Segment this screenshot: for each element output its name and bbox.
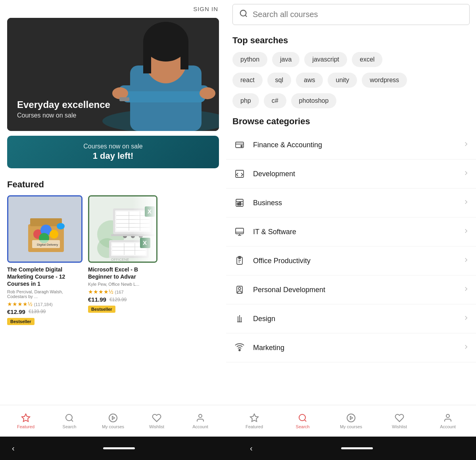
svg-point-56: [199, 414, 202, 418]
tags-grid: pythonjavajavascriptexcelreactsqlawsunit…: [232, 52, 470, 108]
featured-icon-left: [21, 413, 31, 423]
nav-featured-left[interactable]: Featured: [14, 413, 38, 429]
tag-pill-python[interactable]: python: [232, 52, 267, 67]
category-label: Office Productivity: [253, 257, 456, 265]
category-label: Personal Development: [253, 286, 456, 294]
course-price-row-1: €12.99 €139.99: [7, 308, 83, 315]
category-item-finance-&-accounting[interactable]: Finance & Accounting: [226, 131, 476, 160]
course-card-1[interactable]: Digital Delivery The Complete Digital Ma…: [7, 195, 83, 325]
sale-banner[interactable]: Courses now on sale 1 day left!: [7, 136, 219, 168]
search-bar[interactable]: [232, 4, 470, 25]
nav-label-account-left: Account: [192, 424, 208, 429]
browse-categories-title: Browse categories: [226, 116, 476, 127]
nav-label-wishlist-right: Wishlist: [392, 424, 407, 429]
chevron-right-icon: [463, 343, 470, 352]
course-thumb-1: Digital Delivery: [7, 195, 83, 263]
home-pill-left[interactable]: [103, 447, 135, 449]
course-original-price-1: €139.99: [29, 309, 46, 314]
svg-point-57: [240, 10, 246, 16]
tag-pill-sql[interactable]: sql: [267, 73, 291, 88]
categories-list: Finance & AccountingDevelopmentBusinessI…: [226, 131, 476, 437]
nav-label-featured-left: Featured: [17, 424, 35, 429]
tag-pill-php[interactable]: php: [232, 93, 259, 108]
nav-wishlist-right[interactable]: Wishlist: [388, 413, 411, 429]
back-button-left[interactable]: ‹: [12, 444, 15, 453]
pencil-icon: [232, 312, 247, 326]
category-item-development[interactable]: Development: [226, 160, 476, 189]
course-title-2: Microsoft Excel - B Beginner to Advar: [88, 266, 157, 280]
left-screen: SIGN IN: [0, 0, 226, 437]
chart-icon: [232, 196, 247, 210]
tag-pill-photoshop[interactable]: photoshop: [291, 93, 337, 108]
chevron-right-icon: [463, 141, 470, 150]
hero-subtitle: Courses now on sale: [17, 112, 110, 119]
course-title-1: The Complete Digital Marketing Course - …: [7, 266, 83, 288]
top-searches-section: Top searches pythonjavajavascriptexcelre…: [226, 29, 476, 116]
nav-mycourses-right[interactable]: My courses: [339, 413, 363, 429]
hero-banner[interactable]: Everyday excellence Courses now on sale: [7, 18, 219, 131]
sign-in-button[interactable]: SIGN IN: [193, 6, 218, 12]
nav-account-right[interactable]: Account: [436, 413, 460, 429]
svg-rect-66: [240, 202, 241, 205]
category-item-marketing[interactable]: Marketing: [226, 333, 476, 362]
nav-account-left[interactable]: Account: [188, 413, 212, 429]
tag-pill-java[interactable]: java: [272, 52, 299, 67]
course-image-2: X: [89, 196, 157, 262]
featured-icon-right: [250, 413, 259, 423]
svg-rect-67: [236, 228, 244, 234]
tag-pill-c#[interactable]: c#: [264, 93, 286, 108]
svg-point-54: [109, 414, 117, 422]
tag-pill-wordpress[interactable]: wordpress: [362, 73, 407, 88]
bottom-nav-left: Featured Search My courses: [0, 405, 226, 437]
featured-section: Featured: [0, 173, 226, 325]
tag-pill-react[interactable]: react: [232, 73, 263, 88]
svg-marker-51: [22, 414, 30, 422]
home-pill-right[interactable]: [341, 447, 373, 449]
wishlist-icon-right: [395, 413, 404, 423]
category-item-it-&-software[interactable]: IT & Software: [226, 217, 476, 246]
mycourses-icon-left: [108, 413, 118, 423]
category-label: Business: [253, 199, 456, 207]
svg-line-58: [245, 15, 247, 17]
nav-label-featured-right: Featured: [246, 424, 263, 429]
nav-search-right[interactable]: Search: [291, 413, 315, 429]
svg-rect-6: [180, 42, 188, 69]
back-button-right[interactable]: ‹: [250, 444, 253, 453]
nav-wishlist-left[interactable]: Wishlist: [145, 413, 169, 429]
tag-pill-unity[interactable]: unity: [328, 73, 357, 88]
category-label: Finance & Accounting: [253, 141, 456, 149]
svg-line-53: [71, 420, 73, 421]
svg-point-60: [241, 145, 242, 147]
account-icon-left: [196, 413, 205, 423]
category-item-design[interactable]: Design: [226, 304, 476, 333]
svg-text:Digital Delivery: Digital Delivery: [37, 243, 58, 246]
chevron-right-icon: [463, 285, 470, 294]
svg-point-52: [66, 414, 72, 421]
chevron-right-icon: [463, 169, 470, 179]
category-item-business[interactable]: Business: [226, 189, 476, 217]
nav-mycourses-left[interactable]: My courses: [101, 413, 125, 429]
svg-rect-28: [116, 212, 150, 231]
nav-search-left[interactable]: Search: [58, 413, 81, 429]
tag-pill-aws[interactable]: aws: [296, 73, 323, 88]
tag-pill-javascript[interactable]: javascript: [304, 52, 347, 67]
svg-point-11: [200, 87, 215, 99]
search-icon-left: [65, 413, 74, 423]
tags-row: pythonjavajavascriptexcel: [232, 52, 470, 67]
tag-pill-excel[interactable]: excel: [352, 52, 382, 67]
nav-featured-right[interactable]: Featured: [242, 413, 266, 429]
nav-label-account-right: Account: [440, 424, 456, 429]
category-item-personal-development[interactable]: Personal Development: [226, 275, 476, 304]
category-label: Marketing: [253, 344, 456, 352]
course-image-1: Digital Delivery: [8, 196, 81, 262]
chevron-right-icon: [463, 314, 470, 323]
search-icon-right: [239, 9, 248, 20]
course-card-2[interactable]: X: [88, 195, 157, 325]
svg-text:X: X: [143, 239, 147, 246]
svg-rect-65: [238, 203, 239, 205]
nav-label-search-left: Search: [63, 424, 77, 429]
category-item-office-productivity[interactable]: Office Productivity: [226, 246, 476, 275]
svg-point-84: [299, 414, 305, 421]
search-input[interactable]: [253, 10, 463, 19]
svg-point-82: [239, 349, 240, 351]
